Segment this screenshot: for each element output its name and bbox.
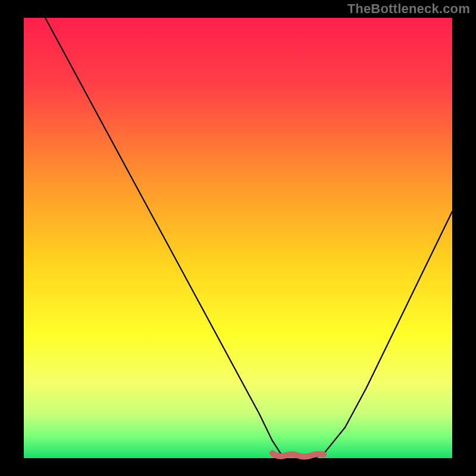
- watermark-label: TheBottleneck.com: [347, 1, 470, 17]
- valley-marker: [273, 453, 324, 457]
- chart-stage: TheBottleneck.com: [0, 0, 476, 476]
- plot-area: [24, 18, 452, 458]
- chart-svg: [0, 0, 476, 476]
